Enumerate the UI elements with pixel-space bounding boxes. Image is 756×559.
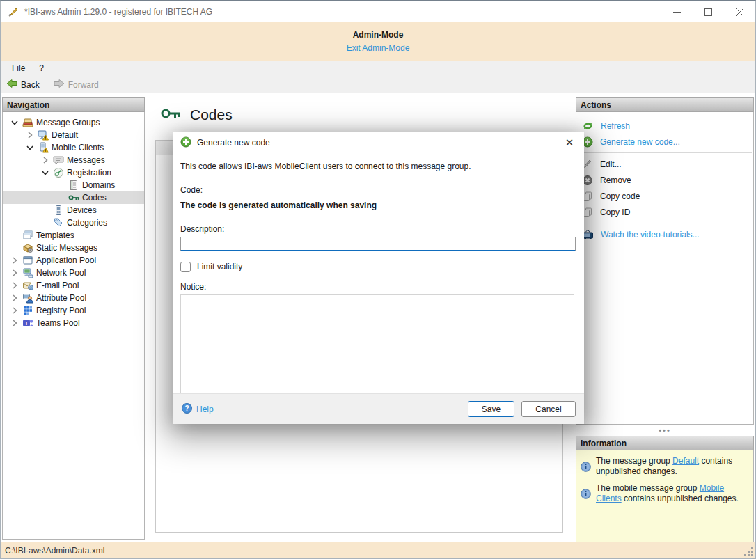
chevron-right-icon[interactable]: [7, 255, 22, 266]
action-remove[interactable]: Remove: [576, 172, 753, 188]
tree-item-label: Templates: [36, 230, 74, 240]
tree-item-messages[interactable]: Messages: [3, 154, 144, 166]
title-bar: *IBI-aws Admin 1.29.0 - registered for I…: [1, 1, 755, 22]
chevron-right-icon[interactable]: [7, 292, 22, 304]
speech-bubble-icon: [53, 155, 64, 166]
svg-text:?: ?: [184, 404, 189, 412]
maximize-icon[interactable]: [693, 1, 724, 22]
forward-button[interactable]: Forward: [54, 79, 99, 90]
tree-item-default[interactable]: Default: [3, 129, 144, 141]
chevron-spacer: [7, 242, 22, 253]
save-button[interactable]: Save: [468, 401, 514, 417]
menu-help[interactable]: ?: [32, 61, 51, 76]
actions-list: RefreshGenerate new code...Edit...Remove…: [576, 112, 754, 425]
message-groups-icon: [22, 117, 33, 128]
text-caret: [184, 239, 184, 249]
tree-item-attribute-pool[interactable]: Attribute Pool: [3, 292, 144, 304]
tree-item-label: Mobile Clients: [52, 143, 104, 152]
page-title: Codes: [190, 107, 233, 123]
plus-circle-icon: [180, 136, 191, 150]
cancel-button[interactable]: Cancel: [521, 401, 576, 417]
forward-label: Forward: [68, 80, 99, 90]
tree-item-message-groups[interactable]: Message Groups: [3, 116, 144, 129]
action-copy-id[interactable]: Copy ID: [576, 204, 753, 220]
network-icon: [22, 267, 33, 278]
tree-item-static-messages[interactable]: Static Messages: [3, 242, 144, 254]
menu-bar: File ?: [1, 61, 755, 76]
chevron-spacer: [53, 192, 68, 203]
tree-item-application-pool[interactable]: Application Pool: [3, 254, 144, 267]
menu-file[interactable]: File: [1, 61, 32, 76]
action-label: Copy code: [600, 191, 640, 201]
back-button[interactable]: Back: [6, 79, 40, 90]
chevron-spacer: [38, 217, 53, 228]
action-label: Generate new code...: [600, 137, 680, 147]
notice-textarea[interactable]: [180, 294, 574, 402]
action-copy-code[interactable]: Copy code: [576, 188, 753, 204]
tree-item-teams-pool[interactable]: TTeams Pool: [3, 317, 144, 329]
navigation-header: Navigation: [2, 97, 145, 112]
tree-item-domains[interactable]: Domains: [3, 179, 144, 191]
notice-label: Notice:: [180, 282, 577, 292]
chevron-right-icon[interactable]: [7, 305, 22, 316]
information-prefix: The mobile message group: [596, 483, 700, 493]
dialog-close-icon[interactable]: ✕: [562, 135, 577, 150]
action-edit[interactable]: Edit...: [576, 156, 753, 172]
generate-new-code-dialog: Generate new code ✕ This code allows IBI…: [173, 132, 584, 424]
exit-admin-mode-link[interactable]: Exit Admin-Mode: [1, 43, 755, 53]
key-circle-icon: [53, 167, 64, 178]
help-link[interactable]: ? Help: [182, 403, 214, 416]
actions-header: Actions: [576, 97, 754, 112]
close-icon[interactable]: [724, 1, 755, 22]
status-bar: C:\IBI-aws\Admin\Data.xml: [1, 542, 755, 558]
action-generate-new-code[interactable]: Generate new code...: [576, 134, 753, 150]
panel-splitter-handle[interactable]: •••: [576, 425, 754, 436]
tree-item-codes[interactable]: Codes: [3, 191, 144, 204]
chevron-down-icon[interactable]: [22, 142, 38, 153]
chevron-right-icon[interactable]: [7, 267, 22, 278]
dialog-title: Generate new code: [197, 138, 270, 148]
chevron-down-icon[interactable]: [7, 117, 22, 128]
chevron-right-icon[interactable]: [22, 129, 38, 141]
tree-item-registration[interactable]: Registration: [3, 166, 144, 179]
tree-item-e-mail-pool[interactable]: @E-mail Pool: [3, 279, 144, 292]
information-link[interactable]: Default: [672, 456, 699, 466]
tree-item-categories[interactable]: Categories: [3, 216, 144, 229]
chevron-right-icon[interactable]: [7, 280, 22, 291]
chevron-right-icon[interactable]: [7, 317, 22, 329]
tree-item-devices[interactable]: Devices: [3, 204, 144, 216]
help-icon: ?: [182, 403, 192, 416]
device-icon: [53, 205, 64, 216]
tree-item-mobile-clients[interactable]: Mobile Clients: [3, 141, 144, 154]
tree-item-network-pool[interactable]: Network Pool: [3, 267, 144, 279]
chevron-down-icon[interactable]: [38, 167, 53, 178]
app-icon: [8, 6, 19, 17]
minimize-icon[interactable]: [661, 1, 693, 22]
tree-item-label: Teams Pool: [36, 318, 80, 328]
action-label: Remove: [600, 175, 631, 185]
resize-grip[interactable]: [744, 547, 754, 557]
tree-item-registry-pool[interactable]: Registry Pool: [3, 304, 144, 317]
information-suffix: contains unpublished changes.: [622, 494, 739, 503]
tree-item-label: Codes: [82, 193, 107, 203]
chevron-right-icon[interactable]: [38, 155, 53, 166]
chevron-spacer: [38, 205, 53, 216]
application-icon: [22, 255, 33, 266]
monitor-warning-icon: [38, 129, 49, 141]
help-label: Help: [196, 404, 214, 414]
information-item: The mobile message group Mobile Clients …: [581, 483, 749, 504]
attribute-icon: [22, 292, 33, 304]
information-text: The message group Default contains unpub…: [596, 456, 749, 477]
tree-item-label: Messages: [67, 155, 105, 165]
admin-mode-title: Admin-Mode: [1, 30, 755, 40]
description-input[interactable]: [180, 237, 576, 251]
chevron-spacer: [7, 230, 22, 241]
tree-item-label: Attribute Pool: [36, 293, 86, 303]
refresh-icon: [582, 120, 594, 132]
tree-item-templates[interactable]: Templates: [3, 229, 144, 242]
action-refresh[interactable]: Refresh: [576, 118, 753, 134]
action-watch-the-video-tutorials[interactable]: Watch the video-tutorials...: [576, 226, 753, 242]
limit-validity-checkbox[interactable]: [180, 262, 191, 272]
description-label: Description:: [180, 224, 577, 234]
information-text: The mobile message group Mobile Clients …: [596, 483, 749, 504]
